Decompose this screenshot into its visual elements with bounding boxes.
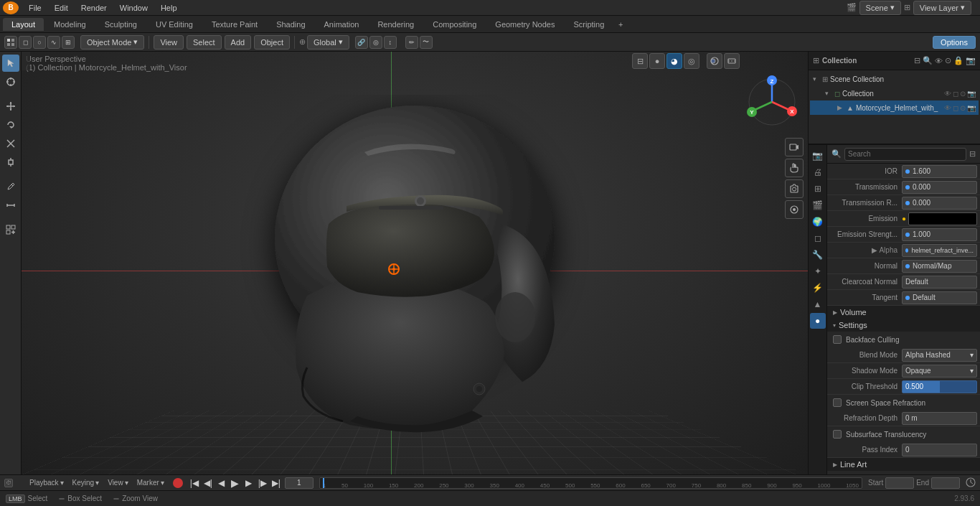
- rendered-btn[interactable]: ◎: [684, 53, 699, 69]
- mode-selector[interactable]: Object Mode ▾: [80, 35, 144, 50]
- particles-props-icon[interactable]: ✦: [810, 263, 826, 279]
- blend-mode-dropdown[interactable]: Alpha Hashed ▾: [902, 349, 977, 362]
- tool-cursor[interactable]: [2, 73, 19, 90]
- camera-view-btn[interactable]: [785, 138, 804, 156]
- view-layer-selector[interactable]: View Layer ▾: [913, 1, 971, 15]
- select-icon4[interactable]: ⊞: [62, 36, 75, 49]
- camera-btn[interactable]: [785, 179, 804, 198]
- start-frame-input[interactable]: 1: [885, 477, 914, 489]
- tab-modeling[interactable]: Modeling: [45, 18, 95, 31]
- screen-space-refraction-checkbox[interactable]: [833, 398, 842, 407]
- output-props-icon[interactable]: 🖨: [810, 164, 826, 180]
- outliner-eye-icon[interactable]: 👁: [935, 57, 943, 65]
- transmission-value[interactable]: 0.000: [902, 181, 977, 194]
- xray-btn[interactable]: [724, 53, 740, 69]
- outliner-filter-icon[interactable]: ⊟: [914, 56, 920, 65]
- select-icon2[interactable]: ○: [33, 36, 46, 49]
- tab-texture-paint[interactable]: Texture Paint: [203, 18, 266, 31]
- collection-render-action[interactable]: 📷: [967, 90, 976, 98]
- tab-sculpting[interactable]: Sculpting: [96, 18, 146, 31]
- outliner-hide-icon[interactable]: ⊙: [945, 56, 951, 65]
- select-icon[interactable]: ◻: [19, 36, 32, 49]
- keying-menu[interactable]: Keying ▾: [70, 479, 103, 487]
- tab-geometry-nodes[interactable]: Geometry Nodes: [486, 18, 563, 31]
- next-frame-btn[interactable]: ▶: [243, 477, 255, 489]
- collection-hide-action[interactable]: ⊙: [960, 90, 966, 98]
- jump-start-btn[interactable]: |◀: [189, 477, 200, 489]
- clearcoat-normal-value[interactable]: Default: [902, 276, 977, 289]
- end-frame-input[interactable]: 250: [931, 477, 960, 489]
- play-btn[interactable]: ▶: [230, 477, 241, 489]
- modifier-props-icon[interactable]: 🔧: [810, 247, 826, 263]
- tool-scale[interactable]: [2, 135, 19, 152]
- transform-extra-icon[interactable]: ↕: [384, 36, 397, 49]
- marker-menu[interactable]: Marker ▾: [134, 479, 167, 487]
- ior-value[interactable]: 1.600: [902, 165, 977, 178]
- tool-transform[interactable]: [2, 154, 19, 171]
- fps-clock-icon[interactable]: [966, 477, 976, 489]
- tool-add[interactable]: [2, 221, 19, 238]
- transmission-r-value[interactable]: 0.000: [902, 197, 977, 210]
- collection-eye-action[interactable]: 👁: [944, 90, 951, 98]
- render-props-icon[interactable]: 📷: [810, 148, 826, 164]
- properties-search[interactable]: [844, 148, 966, 161]
- world-props-icon[interactable]: 🌍: [810, 214, 826, 230]
- normal-value[interactable]: Normal/Map: [902, 260, 977, 273]
- material-props-icon[interactable]: ●: [810, 313, 826, 329]
- menu-edit[interactable]: Edit: [49, 2, 74, 14]
- scene-collection-item[interactable]: ▾ ⊞ Scene Collection: [810, 72, 979, 86]
- tab-layout[interactable]: Layout: [3, 18, 44, 31]
- alpha-row-expand[interactable]: ▶ Alpha: [830, 246, 902, 254]
- mode-icon[interactable]: [4, 36, 17, 49]
- tab-rendering[interactable]: Rendering: [369, 18, 423, 31]
- timeline-ruler[interactable]: 1 50 100 150 200 250 300 350 400 450 500…: [319, 477, 862, 489]
- view-layer-props-icon[interactable]: ⊞: [810, 181, 826, 197]
- physics-props-icon[interactable]: ⚡: [810, 280, 826, 296]
- options-button[interactable]: Options: [933, 36, 976, 49]
- material-preview-btn[interactable]: ◕: [666, 53, 682, 69]
- select-icon3[interactable]: ∿: [47, 36, 60, 49]
- object-menu[interactable]: Object: [254, 35, 290, 50]
- add-menu[interactable]: Add: [225, 35, 252, 50]
- proportional-icon[interactable]: ◎: [369, 36, 382, 49]
- tool-rotate[interactable]: [2, 116, 19, 133]
- timeline-mode-icon[interactable]: ⏱: [4, 479, 13, 487]
- current-frame-input[interactable]: 1: [285, 477, 314, 489]
- subsurface-translucency-checkbox[interactable]: [833, 430, 842, 439]
- render-icon-btn[interactable]: [785, 200, 804, 219]
- menu-file[interactable]: File: [23, 2, 47, 14]
- filter-icon[interactable]: ⊟: [969, 149, 976, 159]
- refraction-depth-value[interactable]: 0 m: [902, 412, 977, 425]
- copy-scene-icon[interactable]: ⊞: [904, 3, 910, 12]
- outliner-render-icon[interactable]: 📷: [966, 56, 976, 65]
- clip-threshold-input[interactable]: 0.500: [902, 380, 977, 393]
- object-data-icon[interactable]: ▲: [810, 296, 826, 312]
- playback-menu[interactable]: Playback ▾: [27, 479, 67, 487]
- collection-select-action[interactable]: ◻: [953, 90, 958, 98]
- menu-render[interactable]: Render: [75, 2, 113, 14]
- tool-select[interactable]: [2, 55, 19, 72]
- snap-icon[interactable]: 🔗: [355, 36, 368, 49]
- emission-color-swatch[interactable]: [908, 212, 977, 225]
- view-menu[interactable]: View: [154, 35, 184, 50]
- tab-animation[interactable]: Animation: [316, 18, 368, 31]
- add-workspace-tab[interactable]: +: [614, 18, 627, 31]
- view-menu-timeline[interactable]: View ▾: [105, 479, 131, 487]
- solid-btn[interactable]: ●: [649, 53, 665, 69]
- record-button[interactable]: [173, 478, 183, 488]
- motorcycle-eye-action[interactable]: 👁: [944, 104, 951, 112]
- menu-help[interactable]: Help: [155, 2, 183, 14]
- motorcycle-render-action[interactable]: 📷: [967, 104, 976, 112]
- menu-window[interactable]: Window: [114, 2, 154, 14]
- hand-tool-btn[interactable]: [785, 159, 804, 177]
- select-menu[interactable]: Select: [187, 35, 222, 50]
- scene-selector[interactable]: Scene ▾: [859, 1, 901, 15]
- tool-annotate[interactable]: [2, 178, 19, 195]
- motorcycle-hide-action[interactable]: ⊙: [960, 104, 966, 112]
- scene-props-icon[interactable]: 🎬: [810, 197, 826, 213]
- grease-icon[interactable]: 〜: [420, 36, 433, 49]
- shadow-mode-dropdown[interactable]: Opaque ▾: [902, 365, 977, 378]
- tab-scripting[interactable]: Scripting: [565, 18, 613, 31]
- backface-culling-checkbox[interactable]: [833, 335, 842, 344]
- tool-measure[interactable]: [2, 197, 19, 214]
